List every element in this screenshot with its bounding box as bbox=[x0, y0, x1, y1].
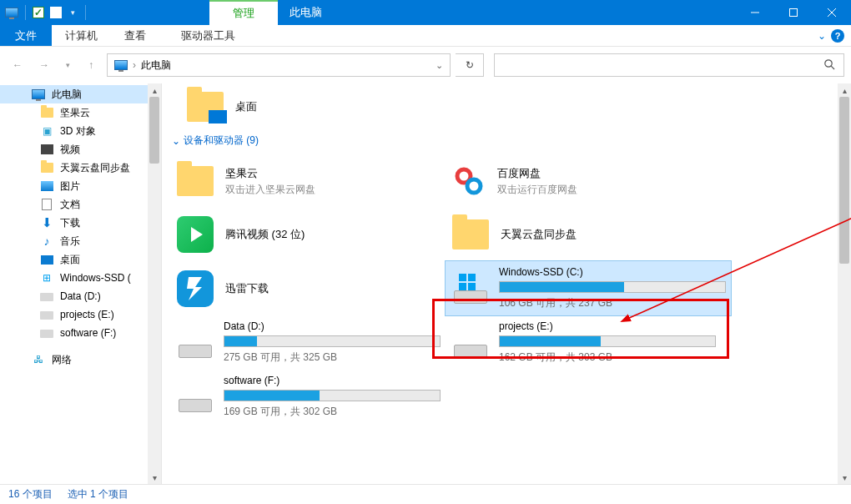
video-icon bbox=[40, 143, 53, 156]
back-button[interactable]: ← bbox=[7, 54, 28, 76]
tab-view[interactable]: 查看 bbox=[111, 25, 159, 46]
network-icon: 🖧 bbox=[32, 353, 45, 366]
desktop-icon bbox=[40, 253, 53, 266]
scroll-up-icon[interactable]: ▴ bbox=[148, 83, 161, 97]
breadcrumb-sep-icon: › bbox=[133, 59, 136, 71]
tab-computer[interactable]: 计算机 bbox=[52, 25, 111, 46]
nav-jianguoyun[interactable]: 坚果云 bbox=[0, 103, 148, 122]
capacity-bar bbox=[499, 281, 726, 293]
drive-e[interactable]: projects (E:) 162 GB 可用，共 303 GB bbox=[446, 315, 721, 370]
app-tencent-video[interactable]: 腾讯视频 (32 位) bbox=[170, 208, 446, 261]
capacity-bar bbox=[499, 335, 716, 347]
drive-icon bbox=[175, 382, 215, 412]
search-box[interactable] bbox=[494, 53, 844, 77]
nav-drive-e[interactable]: projects (E:) bbox=[0, 305, 148, 324]
nav-documents[interactable]: 文档 bbox=[0, 195, 148, 214]
forward-button[interactable]: → bbox=[33, 54, 55, 76]
app-xunlei[interactable]: 迅雷下载 bbox=[170, 261, 446, 315]
status-bar: 16 个项目 选中 1 个项目 bbox=[0, 484, 851, 504]
status-item-count: 16 个项目 bbox=[8, 487, 53, 501]
folder-label: 桌面 bbox=[235, 99, 257, 114]
scroll-up-icon[interactable]: ▴ bbox=[838, 83, 851, 97]
history-dropdown-icon[interactable]: ▾ bbox=[60, 54, 75, 76]
nav-downloads[interactable]: ⬇下载 bbox=[0, 214, 148, 232]
nav-desktop[interactable]: 桌面 bbox=[0, 250, 148, 269]
capacity-bar bbox=[224, 390, 441, 401]
section-devices-drives[interactable]: ⌄ 设备和驱动器 (9) bbox=[170, 127, 843, 154]
address-dropdown-icon[interactable]: ⌄ bbox=[436, 60, 443, 71]
ribbon-expand-icon[interactable]: ⌄ bbox=[818, 30, 826, 42]
scroll-down-icon[interactable]: ▾ bbox=[838, 471, 851, 484]
svg-line-5 bbox=[831, 66, 834, 69]
tab-drive-tools[interactable]: 驱动器工具 bbox=[173, 25, 244, 46]
windows-drive-icon: ⊞ bbox=[40, 271, 53, 285]
status-selection: 选中 1 个项目 bbox=[68, 487, 128, 501]
nav-videos[interactable]: 视频 bbox=[0, 140, 148, 159]
folder-icon bbox=[177, 166, 214, 196]
navigation-row: ← → ▾ ↑ › 此电脑 ⌄ ↻ bbox=[0, 47, 851, 83]
music-icon: ♪ bbox=[40, 234, 53, 248]
collapse-icon: ⌄ bbox=[172, 135, 180, 147]
nav-tianyi[interactable]: 天翼云盘同步盘 bbox=[0, 159, 148, 177]
capacity-bar bbox=[224, 335, 441, 347]
contextual-tab-manage: 管理 bbox=[209, 0, 278, 25]
qat-dropdown-icon[interactable]: ▾ bbox=[68, 8, 78, 17]
download-icon: ⬇ bbox=[40, 216, 53, 229]
nav-pictures[interactable]: 图片 bbox=[0, 177, 148, 195]
document-icon bbox=[40, 198, 53, 211]
nav-music[interactable]: ♪音乐 bbox=[0, 232, 148, 250]
address-bar[interactable]: › 此电脑 ⌄ bbox=[107, 53, 451, 77]
scroll-thumb[interactable] bbox=[149, 97, 159, 164]
file-tab[interactable]: 文件 bbox=[0, 25, 52, 46]
drive-icon bbox=[451, 328, 491, 358]
folder-icon bbox=[187, 92, 224, 122]
nav-this-pc[interactable]: 此电脑 bbox=[0, 85, 148, 103]
drive-icon bbox=[451, 274, 491, 304]
navigation-pane: 此电脑 坚果云 ▣3D 对象 视频 天翼云盘同步盘 图片 文档 ⬇下载 ♪音乐 … bbox=[0, 83, 148, 484]
folder-desktop[interactable]: 桌面 bbox=[184, 87, 843, 127]
tencent-video-icon bbox=[177, 216, 214, 253]
app-tianyi-sync[interactable]: 天翼云盘同步盘 bbox=[446, 208, 721, 261]
minimize-button[interactable] bbox=[736, 0, 774, 25]
qat-checkbox-icon[interactable]: ✓ bbox=[33, 7, 44, 18]
up-button[interactable]: ↑ bbox=[80, 54, 102, 76]
baidu-icon bbox=[451, 163, 487, 199]
svg-point-7 bbox=[467, 179, 481, 193]
window-title: 此电脑 bbox=[278, 5, 322, 20]
refresh-button[interactable]: ↻ bbox=[456, 53, 484, 77]
app-icon bbox=[5, 6, 18, 19]
nav-drive-c[interactable]: ⊞Windows-SSD ( bbox=[0, 269, 148, 287]
svg-rect-1 bbox=[790, 9, 798, 17]
breadcrumb[interactable]: 此电脑 bbox=[141, 58, 171, 73]
cube-icon: ▣ bbox=[40, 124, 53, 138]
pc-icon bbox=[114, 60, 128, 70]
sidebar-scrollbar[interactable]: ▴ ▾ bbox=[148, 83, 161, 484]
close-button[interactable] bbox=[813, 0, 851, 25]
nav-3d-objects[interactable]: ▣3D 对象 bbox=[0, 122, 148, 140]
app-baidu-netdisk[interactable]: 百度网盘双击运行百度网盘 bbox=[446, 154, 721, 208]
folder-icon bbox=[452, 219, 489, 249]
nav-network[interactable]: 🖧网络 bbox=[0, 350, 148, 369]
app-jianguoyun[interactable]: 坚果云双击进入坚果云网盘 bbox=[170, 154, 446, 208]
picture-icon bbox=[40, 179, 53, 193]
nav-drive-f[interactable]: software (F:) bbox=[0, 324, 148, 342]
xunlei-icon bbox=[177, 270, 214, 307]
content-scrollbar[interactable]: ▴ ▾ bbox=[838, 83, 851, 484]
help-icon[interactable]: ? bbox=[831, 29, 844, 43]
nav-drive-d[interactable]: Data (D:) bbox=[0, 287, 148, 305]
maximize-button[interactable] bbox=[774, 0, 813, 25]
search-icon bbox=[823, 58, 835, 73]
drive-c[interactable]: Windows-SSD (C:) 106 GB 可用，共 237 GB bbox=[446, 261, 731, 315]
qat-folder-icon[interactable] bbox=[49, 6, 63, 19]
svg-point-4 bbox=[825, 59, 832, 66]
quick-access-toolbar: ✓ ▾ bbox=[0, 5, 93, 20]
drive-d[interactable]: Data (D:) 275 GB 可用，共 325 GB bbox=[170, 315, 446, 370]
drive-f[interactable]: software (F:) 169 GB 可用，共 302 GB bbox=[170, 370, 446, 424]
content-pane: 桌面 ⌄ 设备和驱动器 (9) 坚果云双击进入坚果云网盘 百度网盘双击运行百度网… bbox=[162, 83, 851, 484]
scroll-thumb[interactable] bbox=[839, 97, 849, 264]
drive-icon bbox=[175, 328, 215, 358]
scroll-down-icon[interactable]: ▾ bbox=[148, 471, 161, 484]
title-bar: ✓ ▾ 管理 此电脑 bbox=[0, 0, 851, 25]
windows-logo-icon bbox=[459, 274, 476, 290]
ribbon: 文件 计算机 查看 驱动器工具 ⌄ ? bbox=[0, 25, 851, 47]
